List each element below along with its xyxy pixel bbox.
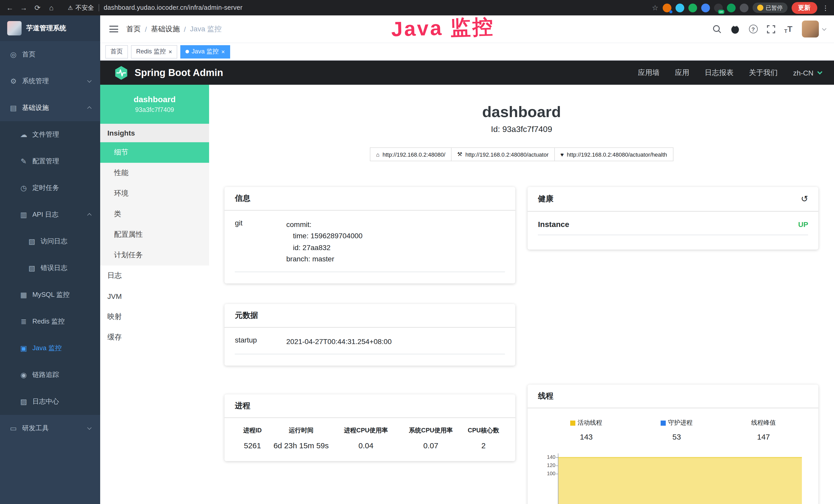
sidebar-item-config[interactable]: ✎ 配置管理: [0, 148, 100, 175]
sidebar-item-java[interactable]: ▣ Java 监控: [0, 335, 100, 362]
spring-boot-admin: Spring Boot Admin 应用墙 应用 日志报表 关于我们 zh-CN: [100, 61, 834, 504]
process-card: 进程 进程ID5261 运行时间6d 23h 15m 59s 进程CPU使用率0…: [225, 394, 515, 461]
doc-icon: ▧: [28, 237, 36, 246]
extension-icon-6[interactable]: [727, 3, 736, 12]
sidebar-item-devtools[interactable]: ▭ 研发工具: [0, 415, 100, 442]
paused-chip[interactable]: 已暂停: [752, 3, 787, 13]
sidebar-item-home[interactable]: ◎ 首页: [0, 41, 100, 68]
app-header: 首页 / 基础设施 / Java 监控 Java 监控 ?: [100, 16, 834, 43]
sba-item-logs[interactable]: 日志: [100, 266, 209, 286]
sba-item-jvm[interactable]: JVM: [100, 286, 209, 306]
sidebar-item-file[interactable]: ☁ 文件管理: [0, 121, 100, 148]
info-key: git: [235, 219, 286, 265]
home-icon[interactable]: ⌂: [47, 4, 56, 12]
breadcrumb-infra[interactable]: 基础设施: [151, 24, 180, 33]
instance-id: 93a3fc7f7409: [135, 106, 174, 113]
health-instance-row[interactable]: Instance UP: [538, 220, 808, 235]
close-icon[interactable]: ×: [169, 48, 172, 55]
sidebar-item-error-log[interactable]: ▧ 错误日志: [0, 255, 100, 281]
sba-item-config-props[interactable]: 配置属性: [100, 224, 209, 245]
sba-nav-applications[interactable]: 应用: [675, 68, 689, 77]
url-text[interactable]: dashboard.yudao.iocoder.cn/infra/admin-s…: [104, 4, 243, 11]
sidebar-item-redis[interactable]: ≣ Redis 监控: [0, 308, 100, 335]
health-card-title: 健康: [538, 194, 553, 204]
update-button[interactable]: 更新: [791, 2, 817, 14]
extension-badge-dot: [669, 10, 672, 13]
sidebar-item-access-log[interactable]: ▧ 访问日志: [0, 228, 100, 255]
metadata-key: startup: [235, 336, 286, 347]
extension-icon-4[interactable]: [701, 3, 710, 12]
sba-item-mappings[interactable]: 映射: [100, 306, 209, 327]
info-card: 信息 git commit: time: 1596289704000 id: 2…: [225, 187, 515, 283]
sidebar-item-label: Redis 监控: [32, 317, 65, 326]
doc-icon: ▧: [28, 264, 36, 272]
github-icon[interactable]: [730, 24, 740, 33]
sba-item-details[interactable]: 细节: [100, 142, 209, 163]
sba-item-environment[interactable]: 环境: [100, 183, 209, 204]
extension-icon-5[interactable]: on: [714, 3, 723, 12]
search-icon[interactable]: [712, 25, 721, 33]
y-tick: 120: [547, 462, 555, 468]
process-table: 进程ID5261 运行时间6d 23h 15m 59s 进程CPU使用率0.04…: [235, 426, 505, 450]
on-badge: on: [719, 9, 724, 14]
extension-icon-2[interactable]: [675, 3, 684, 12]
user-menu[interactable]: [802, 21, 825, 38]
sidebar-item-mysql[interactable]: ▦ MySQL 监控: [0, 281, 100, 308]
sidebar-item-trace[interactable]: ◉ 链路追踪: [0, 362, 100, 388]
instance-header[interactable]: dashboard 93a3fc7f7409: [100, 85, 209, 124]
sba-brand[interactable]: Spring Boot Admin: [113, 65, 223, 81]
extension-icon-1[interactable]: [662, 3, 671, 12]
sidebar-item-log-center[interactable]: ▨ 日志中心: [0, 388, 100, 415]
y-tick: 100: [547, 471, 555, 476]
help-icon[interactable]: ?: [749, 25, 758, 33]
hamburger-icon[interactable]: [109, 26, 118, 32]
git-id-line: id: 27aa832: [286, 242, 505, 253]
process-cpu: 0.04: [332, 441, 400, 450]
sba-nav-about[interactable]: 关于我们: [749, 68, 778, 77]
browser-menu-icon[interactable]: ⋮: [822, 4, 829, 12]
tab-home[interactable]: 首页: [105, 45, 128, 58]
breadcrumb-home[interactable]: 首页: [126, 24, 141, 33]
sba-nav-journal[interactable]: 日志报表: [705, 68, 733, 77]
face-icon: [757, 5, 763, 11]
extension-icon-3[interactable]: [688, 3, 697, 12]
sba-item-classes[interactable]: 类: [100, 204, 209, 224]
sidebar-item-label: 日志中心: [32, 397, 59, 406]
gear-icon: ⚙: [9, 77, 18, 85]
close-icon[interactable]: ×: [221, 48, 225, 55]
sba-item-caches[interactable]: 缓存: [100, 327, 209, 348]
sidebar-item-api-log[interactable]: ▥ API 日志: [0, 201, 100, 228]
tab-java[interactable]: Java 监控 ×: [180, 45, 230, 58]
health-url-button[interactable]: ♥ http://192.168.0.2:48080/actuator/heal…: [555, 147, 673, 161]
sidebar-item-infra[interactable]: ▤ 基础设施: [0, 94, 100, 121]
process-uptime: 6d 23h 15m 59s: [270, 441, 332, 450]
metadata-startup-row: startup 2021-04-27T00:44:31.254+08:00: [235, 336, 505, 354]
process-col-header: 运行时间: [270, 426, 332, 435]
history-icon[interactable]: ↺: [801, 193, 808, 204]
address-bar[interactable]: ⚠ 不安全 dashboard.yudao.iocoder.cn/infra/a…: [68, 3, 242, 12]
tab-redis[interactable]: Redis 监控 ×: [131, 45, 177, 58]
service-url-button[interactable]: ⌂ http://192.168.0.2:48080/: [370, 147, 452, 161]
sidebar-logo[interactable]: 芋道管理系统: [0, 16, 100, 41]
sba-nav-wall[interactable]: 应用墙: [638, 68, 660, 77]
extension-icon-7[interactable]: [740, 3, 748, 12]
sidebar-item-job[interactable]: ◷ 定时任务: [0, 175, 100, 201]
sba-brand-label: Spring Boot Admin: [135, 67, 223, 78]
metadata-card: 元数据 startup 2021-04-27T00:44:31.254+08:0…: [225, 304, 515, 366]
git-commit-line: commit:: [286, 219, 505, 230]
sidebar-item-system[interactable]: ⚙ 系统管理: [0, 68, 100, 94]
sba-item-scheduled-tasks[interactable]: 计划任务: [100, 245, 209, 266]
health-url: http://192.168.0.2:48080/actuator/health: [567, 151, 667, 157]
language-select[interactable]: zh-CN: [793, 69, 821, 77]
fullscreen-icon[interactable]: [767, 25, 775, 33]
legend-label: 线程峰值: [751, 418, 776, 427]
font-size-icon[interactable]: TT: [784, 24, 792, 33]
sba-section-insights[interactable]: Insights: [100, 124, 209, 142]
reload-icon[interactable]: ⟳: [33, 4, 42, 12]
back-icon[interactable]: ←: [5, 4, 14, 12]
bookmark-star-icon[interactable]: ☆: [652, 4, 658, 12]
health-card: 健康 ↺ Instance UP: [528, 187, 818, 250]
forward-icon[interactable]: →: [19, 4, 28, 12]
sba-item-performance[interactable]: 性能: [100, 163, 209, 183]
actuator-url-button[interactable]: ⚒ http://192.168.0.2:48080/actuator: [452, 147, 555, 161]
